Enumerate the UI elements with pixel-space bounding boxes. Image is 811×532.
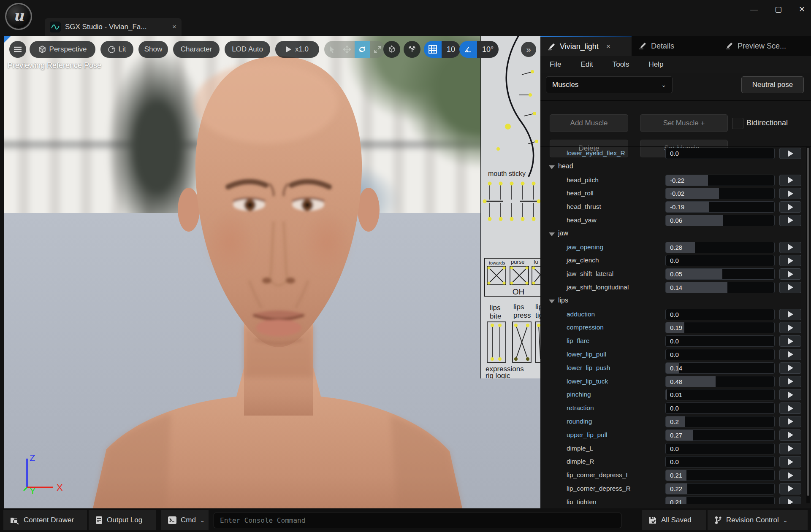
move-tool-button[interactable] — [339, 41, 355, 58]
param-value-slider[interactable]: 0.06 — [665, 215, 775, 226]
lit-button[interactable]: Lit — [100, 41, 133, 58]
tab-close-icon[interactable]: × — [606, 42, 611, 51]
3d-viewport[interactable]: mouth sticky — [4, 36, 540, 508]
viewport-options-button[interactable] — [9, 41, 26, 58]
menu-help[interactable]: Help — [648, 60, 663, 69]
angle-snap-control[interactable]: 10° — [459, 41, 499, 58]
param-play-button[interactable] — [779, 349, 801, 360]
neutral-pose-button[interactable]: Neutral pose — [741, 76, 804, 93]
group-label[interactable]: lips — [558, 297, 568, 304]
select-tool-button[interactable] — [324, 41, 339, 58]
tab-vivian-light[interactable]: Vivian_light × — [540, 36, 632, 56]
param-play-button[interactable] — [779, 429, 801, 441]
output-log-button[interactable]: Output Log — [89, 510, 156, 530]
param-value-slider[interactable]: 0.14 — [665, 362, 775, 374]
param-value-slider[interactable]: 0.22 — [665, 483, 775, 494]
playback-speed-button[interactable]: x1.0 — [275, 41, 319, 58]
tab-preview-scene[interactable]: Preview Sce... — [718, 36, 811, 56]
scale-tool-button[interactable] — [370, 41, 385, 58]
param-value-slider[interactable]: 0.0 — [665, 349, 775, 360]
toolbar-expand-button[interactable]: » — [521, 42, 536, 57]
tab-details[interactable]: Details — [632, 36, 718, 56]
param-value-slider[interactable]: -0.02 — [665, 188, 775, 199]
param-play-button[interactable] — [779, 416, 801, 427]
collapse-triangle-icon[interactable] — [549, 300, 555, 303]
param-play-button[interactable] — [779, 201, 801, 213]
param-play-button[interactable] — [779, 175, 801, 186]
show-button[interactable]: Show — [138, 41, 168, 58]
param-value-slider[interactable]: 0.0 — [665, 456, 775, 467]
param-value-slider[interactable]: 0.0 — [665, 148, 775, 159]
mode-select[interactable]: Muscles ⌄ — [546, 76, 673, 93]
console-command-input[interactable]: Enter Console Command — [214, 513, 621, 528]
grid-snap-control[interactable]: 10 — [424, 41, 460, 58]
character-button[interactable]: Character — [173, 41, 220, 58]
revision-control-button[interactable]: Revision Control ⌄ — [708, 510, 808, 530]
param-play-button[interactable] — [779, 483, 801, 494]
param-play-button[interactable] — [779, 242, 801, 253]
param-value-slider[interactable]: 0.05 — [665, 268, 775, 280]
param-value-slider[interactable]: -0.19 — [665, 201, 775, 213]
param-play-button[interactable] — [779, 268, 801, 280]
param-value-slider[interactable]: 0.28 — [665, 242, 775, 253]
perspective-button[interactable]: Perspective — [30, 41, 95, 58]
scrollbar-thumb[interactable] — [807, 148, 809, 496]
maximize-icon[interactable]: ▢ — [775, 5, 782, 14]
param-value-slider[interactable]: 0.0 — [665, 335, 775, 347]
set-muscle-plus-button[interactable]: Set Muscle + — [640, 114, 728, 132]
rotate-tool-button[interactable] — [355, 41, 370, 58]
param-play-button[interactable] — [779, 376, 801, 387]
param-play-button[interactable] — [779, 497, 801, 504]
param-play-button[interactable] — [779, 148, 801, 159]
param-play-button[interactable] — [779, 389, 801, 400]
add-muscle-button[interactable]: Add Muscle — [550, 114, 628, 132]
param-value-slider[interactable]: 0.0 — [665, 443, 775, 454]
param-play-button[interactable] — [779, 215, 801, 226]
asset-tab-close-icon[interactable]: × — [172, 23, 176, 31]
all-saved-button[interactable]: All Saved — [642, 510, 706, 530]
group-label[interactable]: head — [558, 162, 573, 170]
asset-tab[interactable]: SGX Studio - Vivian_Fa... × — [45, 18, 182, 36]
param-play-button[interactable] — [779, 255, 801, 266]
param-play-button[interactable] — [779, 402, 801, 414]
angle-snap-value[interactable]: 10° — [477, 41, 499, 58]
collapse-triangle-icon[interactable] — [549, 165, 555, 169]
param-play-button[interactable] — [779, 362, 801, 374]
param-value-slider[interactable]: 0.01 — [665, 389, 775, 400]
param-value-slider[interactable]: 0.27 — [665, 429, 775, 441]
param-play-button[interactable] — [779, 335, 801, 347]
param-play-button[interactable] — [779, 309, 801, 320]
param-value-slider[interactable]: 0.0 — [665, 402, 775, 414]
param-value-slider[interactable]: 0.0 — [665, 255, 775, 266]
collapse-triangle-icon[interactable] — [549, 232, 555, 236]
param-value-slider[interactable]: 0.19 — [665, 322, 775, 333]
scrollbar[interactable] — [806, 147, 810, 503]
param-value-slider[interactable]: 0.21 — [665, 470, 775, 481]
param-play-button[interactable] — [779, 456, 801, 467]
param-play-button[interactable] — [779, 282, 801, 293]
grid-snap-value[interactable]: 10 — [442, 41, 460, 58]
param-play-button[interactable] — [779, 188, 801, 199]
param-value-slider[interactable]: 0.0 — [665, 309, 775, 320]
content-drawer-button[interactable]: Content Drawer — [3, 510, 87, 530]
close-icon[interactable]: ✕ — [799, 5, 805, 14]
minimize-icon[interactable]: — — [750, 5, 758, 14]
param-play-button[interactable] — [779, 443, 801, 454]
param-play-button[interactable] — [779, 470, 801, 481]
menu-tools[interactable]: Tools — [613, 60, 629, 69]
menu-file[interactable]: File — [550, 60, 561, 69]
param-value-slider[interactable]: 0.21 — [665, 497, 775, 504]
group-label[interactable]: jaw — [558, 230, 568, 237]
param-value-slider[interactable]: 0.48 — [665, 376, 775, 387]
bidirectional-checkbox[interactable] — [732, 118, 743, 129]
coordinate-space-button[interactable] — [383, 41, 400, 58]
param-value-slider[interactable]: 0.2 — [665, 416, 775, 427]
unreal-logo-icon[interactable]: u — [5, 3, 32, 30]
param-play-button[interactable] — [779, 322, 801, 333]
snapping-options-button[interactable] — [404, 41, 420, 58]
lod-auto-button[interactable]: LOD Auto — [225, 41, 270, 58]
param-value-slider[interactable]: -0.22 — [665, 175, 775, 186]
menu-edit[interactable]: Edit — [580, 60, 593, 69]
param-value-slider[interactable]: 0.14 — [665, 282, 775, 293]
cmd-button[interactable]: Cmd ⌄ — [161, 510, 209, 530]
